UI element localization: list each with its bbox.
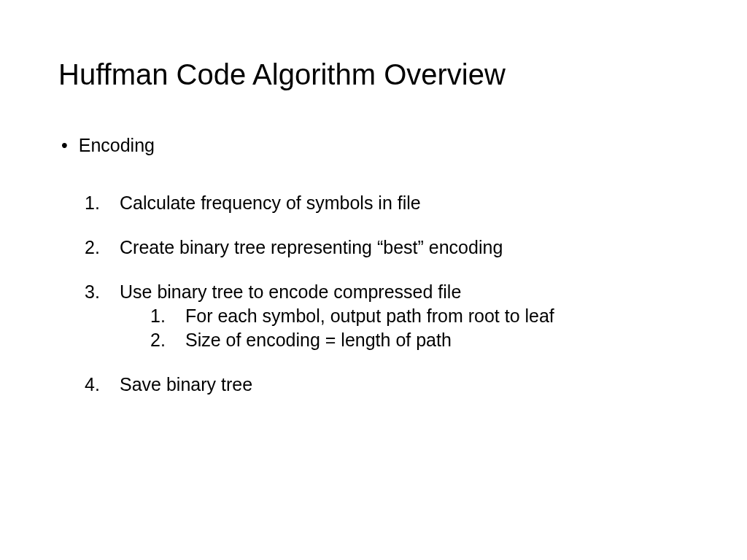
step-text: Save binary tree bbox=[120, 374, 252, 395]
step-4: 4. Save binary tree bbox=[85, 374, 689, 395]
step-number: 3. bbox=[85, 281, 120, 303]
step-number: 1. bbox=[85, 192, 120, 214]
substep-number: 1. bbox=[150, 306, 185, 327]
slide-title: Huffman Code Algorithm Overview bbox=[58, 58, 689, 91]
bullet-marker-icon: • bbox=[61, 135, 68, 156]
substep-number: 2. bbox=[150, 330, 185, 351]
bullet-label: Encoding bbox=[79, 135, 155, 155]
bullet-encoding: • Encoding bbox=[61, 135, 689, 156]
step-1: 1. Calculate frequency of symbols in fil… bbox=[85, 192, 689, 214]
step-2: 2. Create binary tree representing “best… bbox=[85, 237, 689, 258]
step-text: Use binary tree to encode compressed fil… bbox=[120, 281, 461, 303]
substep-text: Size of encoding = length of path bbox=[185, 330, 452, 351]
substep-text: For each symbol, output path from root t… bbox=[185, 306, 554, 327]
sub-numbered-list: 1. For each symbol, output path from roo… bbox=[150, 306, 689, 351]
substep-2: 2. Size of encoding = length of path bbox=[150, 330, 689, 351]
substep-1: 1. For each symbol, output path from roo… bbox=[150, 306, 689, 327]
step-text: Create binary tree representing “best” e… bbox=[120, 237, 503, 258]
step-number: 4. bbox=[85, 374, 120, 395]
step-3: 3. Use binary tree to encode compressed … bbox=[85, 281, 689, 303]
numbered-list: 1. Calculate frequency of symbols in fil… bbox=[85, 192, 689, 395]
step-number: 2. bbox=[85, 237, 120, 258]
step-text: Calculate frequency of symbols in file bbox=[120, 192, 421, 214]
